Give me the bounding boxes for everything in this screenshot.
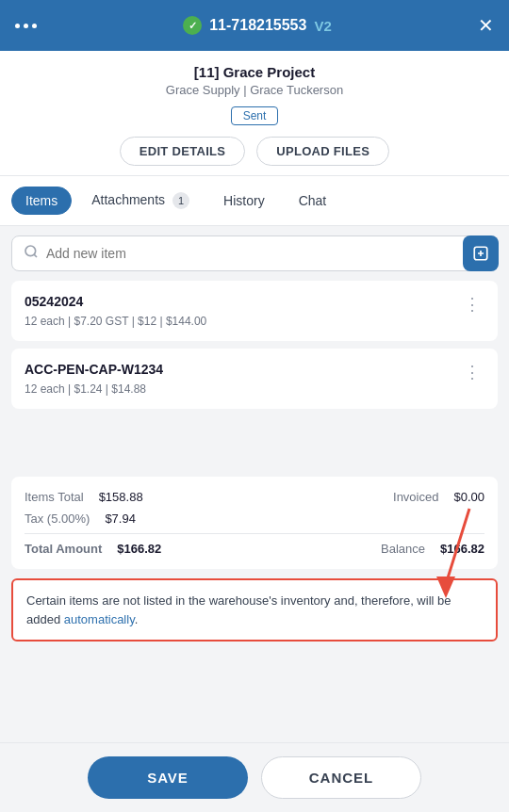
- menu-dots[interactable]: [15, 24, 37, 28]
- header-title: ✓ 11-718215553 V2: [183, 16, 332, 35]
- project-name: [11] Grace Project: [15, 64, 494, 80]
- items-total-value: $158.88: [99, 490, 143, 504]
- action-buttons: EDIT DETAILS UPLOAD FILES: [15, 137, 494, 166]
- balance-value: $166.82: [440, 542, 484, 556]
- save-button[interactable]: SAVE: [88, 756, 248, 799]
- warning-link[interactable]: automatically: [64, 612, 135, 626]
- item-details: 12 each | $7.20 GST | $12 | $144.00: [25, 315, 206, 328]
- svg-line-1: [34, 254, 37, 257]
- tax-value: $7.94: [105, 512, 136, 526]
- item-menu-button[interactable]: ⋮: [460, 362, 484, 382]
- tab-chat[interactable]: Chat: [285, 187, 341, 215]
- invoiced-value: $0.00: [453, 490, 484, 504]
- tab-items[interactable]: Items: [11, 187, 72, 215]
- item-code: 05242024: [25, 294, 206, 309]
- tax-row: Tax (5.00%) $7.94: [25, 512, 484, 526]
- item-details: 12 each | $1.24 | $14.88: [25, 382, 163, 396]
- item-info: ACC-PEN-CAP-W1234 12 each | $1.24 | $14.…: [25, 362, 163, 396]
- search-icon: [24, 244, 39, 263]
- order-number: 11-718215553: [209, 17, 306, 34]
- main-content: 05242024 12 each | $7.20 GST | $12 | $14…: [0, 226, 509, 791]
- total-amount-label: Total Amount: [25, 542, 102, 556]
- add-item-button[interactable]: [463, 235, 499, 271]
- close-button[interactable]: ✕: [478, 14, 494, 37]
- edit-details-button[interactable]: EDIT DETAILS: [120, 137, 245, 166]
- search-input[interactable]: [46, 246, 485, 261]
- warning-box: Certain items are not listed in the ware…: [11, 578, 498, 641]
- balance-label: Balance: [381, 542, 425, 556]
- version-badge: V2: [314, 18, 331, 34]
- upload-files-button[interactable]: UPLOAD FILES: [256, 137, 389, 166]
- app-header: ✓ 11-718215553 V2 ✕: [0, 0, 509, 51]
- total-amount-row: Total Amount $166.82 Balance $166.82: [25, 542, 484, 556]
- project-subtitle: Grace Supply | Grace Tuckerson: [15, 83, 494, 97]
- invoiced-label: Invoiced: [393, 490, 438, 504]
- item-card: 05242024 12 each | $7.20 GST | $12 | $14…: [11, 281, 498, 341]
- items-total-label: Items Total: [25, 490, 84, 504]
- cancel-button[interactable]: CANCEL: [261, 756, 421, 799]
- tax-label: Tax (5.00%): [25, 512, 90, 526]
- items-total-row: Items Total $158.88 Invoiced $0.00: [25, 490, 484, 504]
- item-card: ACC-PEN-CAP-W1234 12 each | $1.24 | $14.…: [11, 349, 498, 409]
- item-menu-button[interactable]: ⋮: [460, 294, 484, 315]
- svg-point-0: [25, 246, 36, 256]
- tab-history[interactable]: History: [209, 187, 279, 215]
- totals-section: Items Total $158.88 Invoiced $0.00 Tax (…: [11, 477, 498, 569]
- item-code: ACC-PEN-CAP-W1234: [25, 362, 163, 377]
- status-icon: ✓: [183, 16, 202, 35]
- warning-text-part2: .: [135, 612, 139, 626]
- total-amount-value: $166.82: [117, 542, 161, 556]
- attachments-badge: 1: [172, 192, 189, 209]
- search-bar: [11, 235, 498, 271]
- tabs-bar: Items Attachments 1 History Chat: [0, 176, 509, 226]
- sub-header: [11] Grace Project Grace Supply | Grace …: [0, 51, 509, 176]
- footer: SAVE CANCEL: [0, 742, 509, 812]
- sent-badge: Sent: [231, 106, 279, 125]
- tab-attachments[interactable]: Attachments 1: [77, 186, 204, 216]
- item-info: 05242024 12 each | $7.20 GST | $12 | $14…: [25, 294, 206, 328]
